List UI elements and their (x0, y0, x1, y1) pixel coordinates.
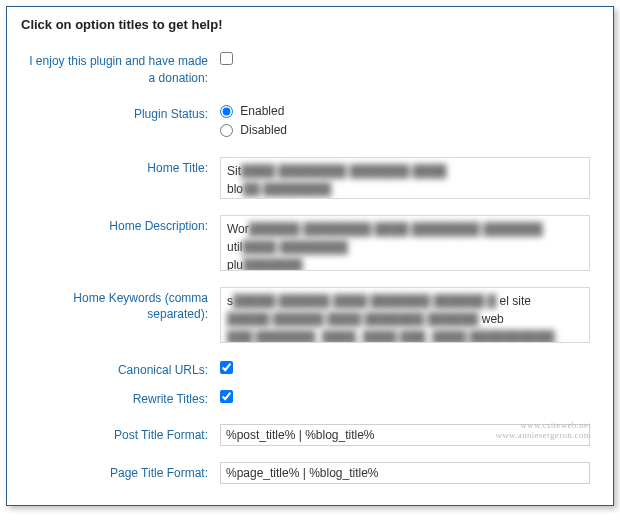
radio-enabled-label: Enabled (240, 103, 284, 117)
panel-heading: Click on option titles to get help! (21, 17, 599, 32)
settings-panel: Click on option titles to get help! I en… (6, 6, 614, 506)
label-post-title-format[interactable]: Post Title Format: (21, 424, 216, 444)
page-title-format-input[interactable] (220, 462, 590, 484)
row-plugin-status: Plugin Status: Enabled Disabled (21, 103, 599, 141)
label-page-title-format[interactable]: Page Title Format: (21, 462, 216, 482)
radio-enabled-wrap: Enabled (220, 103, 599, 120)
row-donation: I enjoy this plugin and have made a dona… (21, 50, 599, 87)
row-home-description: Home Description: Wor██████ ████████ ███… (21, 215, 599, 271)
radio-disabled-wrap: Disabled (220, 122, 599, 139)
home-keywords-input[interactable]: s█████ ██████ ████ ███████ ██████ █ el s… (220, 287, 590, 343)
label-donation[interactable]: I enjoy this plugin and have made a dona… (21, 50, 216, 87)
home-title-input[interactable]: Sit████ ████████ ███████ ████ blo██ ████… (220, 157, 590, 199)
radio-enabled[interactable] (220, 105, 233, 118)
label-canonical[interactable]: Canonical URLs: (21, 359, 216, 379)
label-rewrite[interactable]: Rewrite Titles: (21, 388, 216, 408)
row-rewrite: Rewrite Titles: (21, 388, 599, 408)
label-home-description[interactable]: Home Description: (21, 215, 216, 235)
donation-checkbox[interactable] (220, 52, 233, 65)
row-home-title: Home Title: Sit████ ████████ ███████ ███… (21, 157, 599, 199)
row-canonical: Canonical URLs: (21, 359, 599, 379)
radio-disabled-label: Disabled (240, 122, 287, 136)
home-description-input[interactable]: Wor██████ ████████ ████ ████████ ███████… (220, 215, 590, 271)
radio-disabled[interactable] (220, 124, 233, 137)
rewrite-checkbox[interactable] (220, 390, 233, 403)
canonical-checkbox[interactable] (220, 361, 233, 374)
watermark: www.csiteweb.net www.anniesergeron.com (495, 421, 591, 441)
label-home-keywords[interactable]: Home Keywords (comma separated): (21, 287, 216, 324)
label-home-title[interactable]: Home Title: (21, 157, 216, 177)
row-page-title-format: Page Title Format: (21, 462, 599, 484)
label-plugin-status[interactable]: Plugin Status: (21, 103, 216, 123)
row-home-keywords: Home Keywords (comma separated): s█████ … (21, 287, 599, 343)
